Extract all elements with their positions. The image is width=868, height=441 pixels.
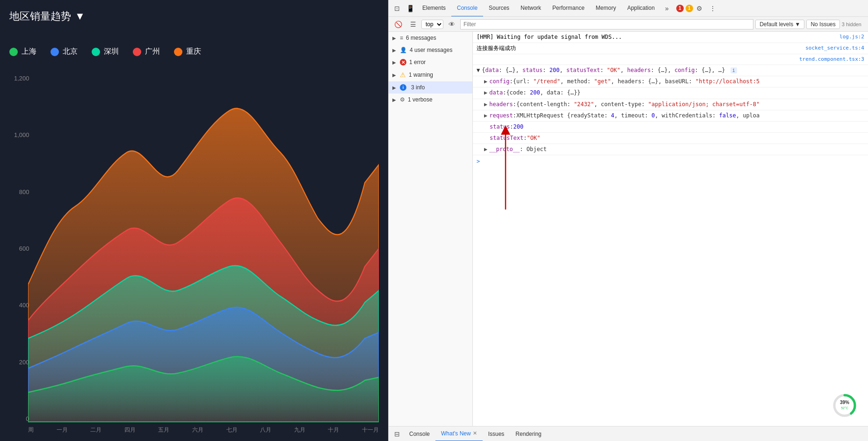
filter-input[interactable] — [460, 19, 753, 29]
console-prop-statustext: statusText: "OK" — [473, 133, 868, 144]
legend-label: 上海 — [22, 47, 36, 57]
expand-proto-arrow[interactable]: ▶ — [484, 145, 487, 154]
levels-btn[interactable]: Default levels ▼ — [755, 20, 804, 29]
bottom-tab-rendering[interactable]: Rendering — [510, 427, 547, 441]
legend: 上海北京深圳广州重庆 — [9, 47, 201, 57]
console-prop-config: ▶ config: {url: "/trend", method: "get",… — [473, 76, 868, 87]
expand-data-arrow[interactable]: ▶ — [484, 88, 487, 97]
prompt-symbol: > — [477, 157, 480, 166]
console-toolbar: 🚫 ☰ top 👁 Default levels ▼ No Issues 3 h… — [389, 17, 868, 32]
bottom-tab-what-s-new[interactable]: What's New✕ — [435, 427, 483, 441]
x-axis-label: 七月 — [226, 426, 238, 434]
console-line: 连接服务端成功 socket_service.ts:4 — [473, 43, 868, 54]
no-issues-btn[interactable]: No Issues — [806, 20, 839, 29]
console-output[interactable]: [HMR] Waiting for update signal from WDS… — [473, 32, 868, 426]
console-prop-headers: ▶ headers: {content-length: "2432", cont… — [473, 99, 868, 110]
legend-dot — [174, 48, 182, 56]
bottom-tab-issues[interactable]: Issues — [483, 427, 510, 441]
sidebar-icon-info: i — [400, 84, 406, 91]
devtools-tab-application[interactable]: Application — [622, 0, 660, 17]
bottom-tab-console[interactable]: Console — [404, 427, 435, 441]
devtools-tab-performance[interactable]: Performance — [547, 0, 590, 17]
y-axis-label: 1,200 — [14, 75, 29, 82]
error-badge: 1 — [676, 5, 684, 12]
socket-source[interactable]: socket_service.ts:4 — [805, 44, 864, 52]
devtools-device-btn[interactable]: 📱 — [404, 2, 417, 15]
console-prop-status: status: 200 — [473, 122, 868, 133]
devtools-inspect-btn[interactable]: ⊡ — [391, 2, 404, 15]
sidebar-item-verbose[interactable]: ▶⚙1 verbose — [389, 94, 472, 106]
x-axis-label: 四月 — [124, 426, 136, 434]
sidebar-label: 6 messages — [406, 35, 436, 41]
legend-item: 上海 — [9, 47, 36, 57]
legend-item: 深圳 — [92, 47, 119, 57]
x-axis-label: 十一月 — [362, 426, 379, 434]
console-line: [HMR] Waiting for update signal from WDS… — [473, 32, 868, 43]
sidebar-icon-error: ✕ — [400, 59, 406, 65]
sidebar-item-message[interactable]: ▶≡6 messages — [389, 32, 472, 44]
more-tabs-btn[interactable]: » — [660, 2, 673, 15]
chart-title: 地区销量趋势 ▼ — [9, 9, 85, 23]
settings-btn[interactable]: ⚙ — [693, 2, 706, 15]
sidebar-label: 1 error — [409, 59, 426, 65]
devtools-panel: ⊡ 📱 ElementsConsoleSourcesNetworkPerform… — [388, 0, 868, 441]
console-prompt[interactable]: > — [473, 155, 868, 168]
expand-request-arrow[interactable]: ▶ — [484, 111, 487, 120]
devtools-tab-memory[interactable]: Memory — [590, 0, 622, 17]
console-line-object: ▼ {data: {…}, status: 200, statusText: "… — [473, 65, 868, 76]
legend-dot — [133, 48, 141, 56]
sidebar-item-user[interactable]: ▶👤4 user messages — [389, 44, 472, 56]
sidebar-icon-verbose: ⚙ — [400, 96, 405, 103]
expand-arrow[interactable]: ▼ — [477, 66, 480, 75]
console-prop-proto: ▶ __proto__: Object — [473, 144, 868, 155]
trend-source[interactable]: trend.component.tsx:3 — [799, 55, 864, 64]
devtools-tab-sources[interactable]: Sources — [483, 0, 515, 17]
sidebar-label: 1 verbose — [408, 96, 433, 103]
bottom-dock-btn[interactable]: ⊟ — [391, 427, 404, 441]
console-line: trend.component.tsx:3 — [473, 54, 868, 65]
console-text: 连接服务端成功 — [477, 44, 516, 53]
sidebar-icon-user: 👤 — [400, 47, 407, 53]
more-options-btn[interactable]: ⋮ — [706, 2, 719, 15]
sidebar-item-warning[interactable]: ▶⚠1 warning — [389, 68, 472, 81]
devtools-tab-network[interactable]: Network — [515, 0, 547, 17]
sidebar-label: 4 user messages — [410, 47, 452, 53]
toggle-sidebar-btn[interactable]: ☰ — [406, 18, 420, 31]
svg-text:39%: 39% — [840, 400, 849, 405]
legend-item: 北京 — [51, 47, 78, 57]
legend-label: 北京 — [63, 47, 78, 57]
sidebar-item-info[interactable]: ▶i3 info — [389, 81, 472, 94]
sidebar-item-error[interactable]: ▶✕1 error — [389, 56, 472, 68]
legend-dot — [9, 48, 18, 56]
expand-headers-arrow[interactable]: ▶ — [484, 100, 487, 109]
console-prop-request: ▶ request: XMLHttpRequest {readyState: 4… — [473, 110, 868, 122]
sidebar-label: 3 info — [411, 84, 425, 91]
sidebar-arrow: ▶ — [392, 36, 397, 41]
sidebar-arrow: ▶ — [392, 85, 397, 90]
legend-label: 深圳 — [104, 47, 119, 57]
close-tab-btn[interactable]: ✕ — [473, 430, 477, 436]
context-selector[interactable]: top — [421, 20, 443, 29]
devtools-bottom-tabs: ⊟ ConsoleWhat's New✕IssuesRendering — [389, 426, 868, 441]
expand-config-arrow[interactable]: ▶ — [484, 77, 487, 86]
x-axis-label: 九月 — [294, 426, 305, 434]
x-axis-label: 八月 — [260, 426, 271, 434]
object-text: {data: {…}, status: 200, statusText: "OK… — [482, 66, 737, 75]
chart-title-arrow[interactable]: ▼ — [75, 10, 85, 22]
console-sidebar: ▶≡6 messages▶👤4 user messages▶✕1 error▶⚠… — [389, 32, 473, 426]
eye-btn[interactable]: 👁 — [445, 18, 458, 31]
sidebar-label: 1 warning — [409, 72, 433, 78]
console-text: [HMR] Waiting for update signal from WDS… — [477, 33, 622, 42]
devtools-tab-bar: ⊡ 📱 ElementsConsoleSourcesNetworkPerform… — [389, 0, 868, 17]
x-axis-label: 一月 — [57, 426, 68, 434]
devtools-tab-elements[interactable]: Elements — [417, 0, 451, 17]
sidebar-icon-message: ≡ — [400, 35, 403, 41]
clear-console-btn[interactable]: 🚫 — [391, 18, 405, 31]
svg-text:52°C: 52°C — [841, 406, 848, 410]
log-source[interactable]: log.js:2 — [839, 33, 864, 41]
chart-svg — [28, 75, 379, 422]
y-axis-label: 1,000 — [14, 131, 29, 138]
x-axis: 周一月二月四月五月六月七月八月九月十月十一月 — [28, 426, 379, 434]
devtools-tab-console[interactable]: Console — [451, 0, 483, 17]
legend-dot — [92, 48, 100, 56]
